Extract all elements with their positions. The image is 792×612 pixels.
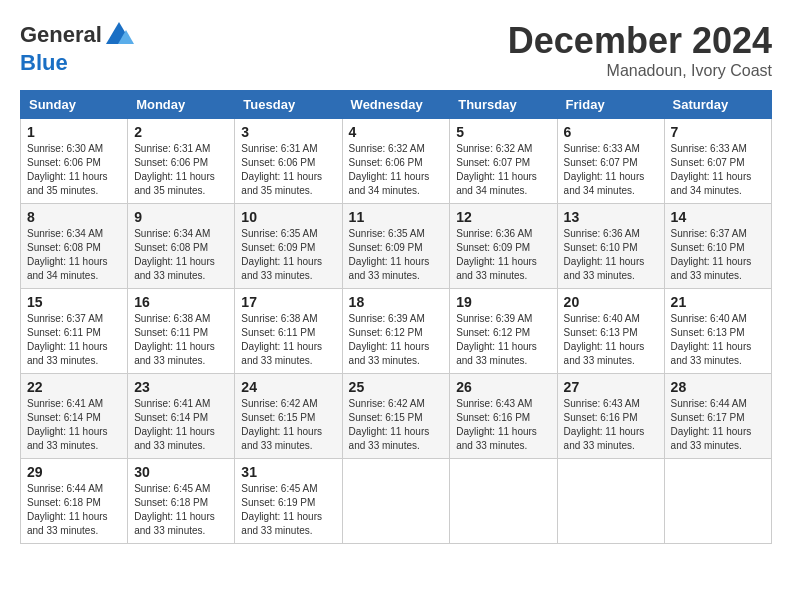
day-number: 8: [27, 209, 121, 225]
day-number: 12: [456, 209, 550, 225]
day-number: 16: [134, 294, 228, 310]
day-info: Sunrise: 6:32 AMSunset: 6:07 PMDaylight:…: [456, 142, 550, 198]
day-info: Sunrise: 6:33 AMSunset: 6:07 PMDaylight:…: [671, 142, 765, 198]
day-number: 14: [671, 209, 765, 225]
calendar-header-saturday: Saturday: [664, 91, 771, 119]
calendar-cell: [342, 459, 450, 544]
day-info: Sunrise: 6:42 AMSunset: 6:15 PMDaylight:…: [349, 397, 444, 453]
day-number: 18: [349, 294, 444, 310]
day-info: Sunrise: 6:38 AMSunset: 6:11 PMDaylight:…: [241, 312, 335, 368]
calendar-header-friday: Friday: [557, 91, 664, 119]
calendar-cell: 17Sunrise: 6:38 AMSunset: 6:11 PMDayligh…: [235, 289, 342, 374]
day-number: 10: [241, 209, 335, 225]
day-number: 13: [564, 209, 658, 225]
calendar-header-tuesday: Tuesday: [235, 91, 342, 119]
calendar-cell: 1Sunrise: 6:30 AMSunset: 6:06 PMDaylight…: [21, 119, 128, 204]
day-number: 26: [456, 379, 550, 395]
calendar-week-3: 15Sunrise: 6:37 AMSunset: 6:11 PMDayligh…: [21, 289, 772, 374]
day-number: 15: [27, 294, 121, 310]
day-number: 22: [27, 379, 121, 395]
day-number: 3: [241, 124, 335, 140]
day-info: Sunrise: 6:36 AMSunset: 6:09 PMDaylight:…: [456, 227, 550, 283]
calendar-header-wednesday: Wednesday: [342, 91, 450, 119]
calendar-cell: 3Sunrise: 6:31 AMSunset: 6:06 PMDaylight…: [235, 119, 342, 204]
calendar-cell: 31Sunrise: 6:45 AMSunset: 6:19 PMDayligh…: [235, 459, 342, 544]
calendar-cell: 24Sunrise: 6:42 AMSunset: 6:15 PMDayligh…: [235, 374, 342, 459]
calendar-cell: 7Sunrise: 6:33 AMSunset: 6:07 PMDaylight…: [664, 119, 771, 204]
calendar-cell: 14Sunrise: 6:37 AMSunset: 6:10 PMDayligh…: [664, 204, 771, 289]
calendar-header-thursday: Thursday: [450, 91, 557, 119]
day-number: 28: [671, 379, 765, 395]
calendar-cell: [664, 459, 771, 544]
day-number: 2: [134, 124, 228, 140]
calendar-header-sunday: Sunday: [21, 91, 128, 119]
calendar-cell: 15Sunrise: 6:37 AMSunset: 6:11 PMDayligh…: [21, 289, 128, 374]
day-info: Sunrise: 6:32 AMSunset: 6:06 PMDaylight:…: [349, 142, 444, 198]
day-info: Sunrise: 6:44 AMSunset: 6:17 PMDaylight:…: [671, 397, 765, 453]
day-number: 17: [241, 294, 335, 310]
day-number: 11: [349, 209, 444, 225]
calendar-cell: 25Sunrise: 6:42 AMSunset: 6:15 PMDayligh…: [342, 374, 450, 459]
day-number: 6: [564, 124, 658, 140]
day-number: 30: [134, 464, 228, 480]
calendar-week-4: 22Sunrise: 6:41 AMSunset: 6:14 PMDayligh…: [21, 374, 772, 459]
day-info: Sunrise: 6:44 AMSunset: 6:18 PMDaylight:…: [27, 482, 121, 538]
calendar-cell: 16Sunrise: 6:38 AMSunset: 6:11 PMDayligh…: [128, 289, 235, 374]
calendar-cell: 23Sunrise: 6:41 AMSunset: 6:14 PMDayligh…: [128, 374, 235, 459]
day-info: Sunrise: 6:35 AMSunset: 6:09 PMDaylight:…: [241, 227, 335, 283]
day-info: Sunrise: 6:42 AMSunset: 6:15 PMDaylight:…: [241, 397, 335, 453]
day-info: Sunrise: 6:36 AMSunset: 6:10 PMDaylight:…: [564, 227, 658, 283]
day-info: Sunrise: 6:45 AMSunset: 6:19 PMDaylight:…: [241, 482, 335, 538]
logo-blue: Blue: [20, 50, 68, 76]
day-number: 1: [27, 124, 121, 140]
month-title: December 2024: [508, 20, 772, 62]
calendar-cell: 12Sunrise: 6:36 AMSunset: 6:09 PMDayligh…: [450, 204, 557, 289]
day-info: Sunrise: 6:33 AMSunset: 6:07 PMDaylight:…: [564, 142, 658, 198]
day-number: 23: [134, 379, 228, 395]
calendar-cell: 13Sunrise: 6:36 AMSunset: 6:10 PMDayligh…: [557, 204, 664, 289]
day-info: Sunrise: 6:41 AMSunset: 6:14 PMDaylight:…: [134, 397, 228, 453]
day-number: 7: [671, 124, 765, 140]
calendar-cell: 8Sunrise: 6:34 AMSunset: 6:08 PMDaylight…: [21, 204, 128, 289]
day-number: 27: [564, 379, 658, 395]
day-number: 20: [564, 294, 658, 310]
day-number: 19: [456, 294, 550, 310]
calendar-cell: 9Sunrise: 6:34 AMSunset: 6:08 PMDaylight…: [128, 204, 235, 289]
day-info: Sunrise: 6:37 AMSunset: 6:10 PMDaylight:…: [671, 227, 765, 283]
calendar-cell: 28Sunrise: 6:44 AMSunset: 6:17 PMDayligh…: [664, 374, 771, 459]
day-info: Sunrise: 6:43 AMSunset: 6:16 PMDaylight:…: [564, 397, 658, 453]
day-info: Sunrise: 6:34 AMSunset: 6:08 PMDaylight:…: [27, 227, 121, 283]
calendar-header-row: SundayMondayTuesdayWednesdayThursdayFrid…: [21, 91, 772, 119]
calendar-cell: 30Sunrise: 6:45 AMSunset: 6:18 PMDayligh…: [128, 459, 235, 544]
day-info: Sunrise: 6:31 AMSunset: 6:06 PMDaylight:…: [134, 142, 228, 198]
calendar-cell: [450, 459, 557, 544]
day-number: 24: [241, 379, 335, 395]
day-info: Sunrise: 6:30 AMSunset: 6:06 PMDaylight:…: [27, 142, 121, 198]
day-number: 31: [241, 464, 335, 480]
calendar-week-5: 29Sunrise: 6:44 AMSunset: 6:18 PMDayligh…: [21, 459, 772, 544]
day-info: Sunrise: 6:45 AMSunset: 6:18 PMDaylight:…: [134, 482, 228, 538]
calendar-cell: 19Sunrise: 6:39 AMSunset: 6:12 PMDayligh…: [450, 289, 557, 374]
day-info: Sunrise: 6:39 AMSunset: 6:12 PMDaylight:…: [349, 312, 444, 368]
calendar-week-2: 8Sunrise: 6:34 AMSunset: 6:08 PMDaylight…: [21, 204, 772, 289]
logo-general: General: [20, 22, 102, 48]
calendar-cell: 4Sunrise: 6:32 AMSunset: 6:06 PMDaylight…: [342, 119, 450, 204]
title-section: December 2024 Manadoun, Ivory Coast: [508, 20, 772, 80]
day-number: 4: [349, 124, 444, 140]
calendar-cell: 21Sunrise: 6:40 AMSunset: 6:13 PMDayligh…: [664, 289, 771, 374]
day-number: 25: [349, 379, 444, 395]
day-info: Sunrise: 6:41 AMSunset: 6:14 PMDaylight:…: [27, 397, 121, 453]
location: Manadoun, Ivory Coast: [508, 62, 772, 80]
day-info: Sunrise: 6:34 AMSunset: 6:08 PMDaylight:…: [134, 227, 228, 283]
calendar: SundayMondayTuesdayWednesdayThursdayFrid…: [20, 90, 772, 544]
calendar-cell: 18Sunrise: 6:39 AMSunset: 6:12 PMDayligh…: [342, 289, 450, 374]
calendar-cell: 11Sunrise: 6:35 AMSunset: 6:09 PMDayligh…: [342, 204, 450, 289]
day-info: Sunrise: 6:43 AMSunset: 6:16 PMDaylight:…: [456, 397, 550, 453]
day-info: Sunrise: 6:35 AMSunset: 6:09 PMDaylight:…: [349, 227, 444, 283]
day-info: Sunrise: 6:38 AMSunset: 6:11 PMDaylight:…: [134, 312, 228, 368]
page-header: General Blue December 2024 Manadoun, Ivo…: [20, 20, 772, 80]
logo: General Blue: [20, 20, 134, 76]
calendar-cell: 27Sunrise: 6:43 AMSunset: 6:16 PMDayligh…: [557, 374, 664, 459]
day-info: Sunrise: 6:40 AMSunset: 6:13 PMDaylight:…: [564, 312, 658, 368]
day-info: Sunrise: 6:39 AMSunset: 6:12 PMDaylight:…: [456, 312, 550, 368]
